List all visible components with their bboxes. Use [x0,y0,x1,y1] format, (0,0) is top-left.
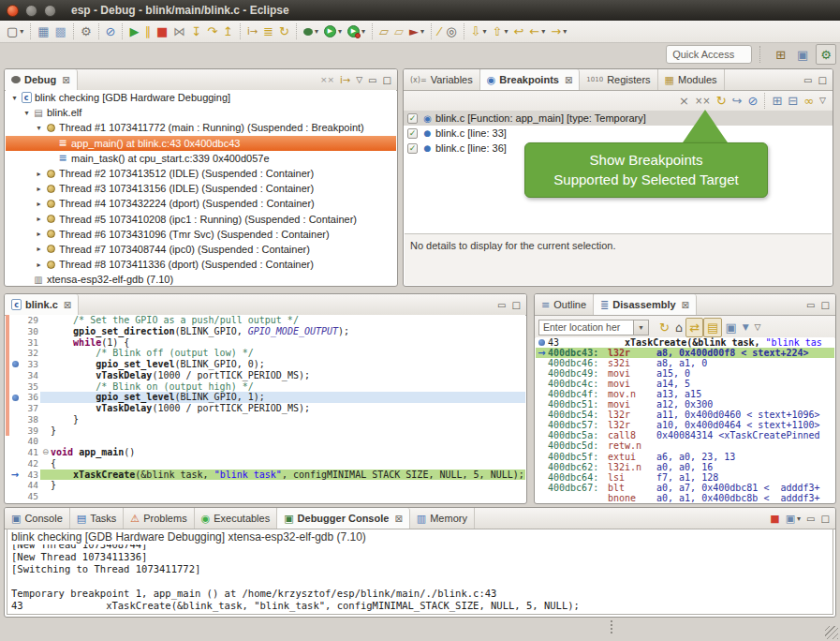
editor-gutter[interactable]: → [9,470,21,481]
link-with-debug-view-icon[interactable]: ∞ [801,92,817,110]
disassembly-row[interactable]: 400dbc49:movia15, 0 [536,368,834,379]
editor-gutter[interactable] [9,425,21,437]
tab-outline[interactable]: ≡Outline [535,294,594,315]
debug-tree-row[interactable]: ▾cblink checking [GDB Hardware Debugging… [6,90,396,105]
tab-registers[interactable]: 1010Registers [580,69,657,90]
disassembly-row[interactable]: 400dbc5d:retw.n [536,440,834,451]
disassembly-row[interactable]: 400dbc46:s32ia8, a1, 0 [536,358,834,368]
breakpoint-row[interactable]: ✓◉blink.c [Function: app_main] [type: Te… [404,111,833,126]
debug-tree-row[interactable]: ▸Thread #3 1073413156 (IDLE) (Suspended … [6,181,396,196]
editor-gutter[interactable] [9,491,21,502]
tab-console[interactable]: ▣Console [5,508,70,529]
editor-line[interactable]: 40 [6,436,525,447]
tab-tasks[interactable]: ▤Tasks [70,508,125,529]
editor-gutter[interactable] [9,315,21,326]
debug-tree-row[interactable]: ▸Thread #2 1073413512 (IDLE) (Suspended … [6,166,396,181]
disassembly-row[interactable]: 400dbc62:l32i.na0, a0, 16 [536,462,834,472]
back-icon[interactable]: ←▾ [526,22,548,40]
terminate-console-icon[interactable]: ■ [767,510,782,528]
tab-close-icon[interactable]: ⊠ [64,300,71,310]
tree-expander-icon[interactable]: ▸ [34,185,44,193]
tree-expander-icon[interactable]: ▾ [9,94,20,102]
breakpoint-row[interactable]: ✓●blink.c [line: 33] [404,126,833,141]
tab-breakpoints[interactable]: ◉Breakpoints⊠ [480,69,581,90]
mark-occurrences-icon[interactable]: ⁄ [435,22,443,40]
editor-line[interactable]: 45 [6,491,525,502]
open-new-view-icon[interactable]: ▣ [722,319,739,336]
instruction-stepping-mode-icon[interactable]: i→ [337,71,353,89]
tab-variables[interactable]: (x)=Variables [404,69,480,90]
window-close-button[interactable] [7,5,19,17]
display-selected-console-icon[interactable]: ▣▾ [783,510,803,528]
debug-tree-row[interactable]: ▾▤blink.elf [6,105,396,120]
editor-line[interactable]: 37 vTaskDelay(1000 / portTICK_PERIOD_MS)… [6,403,525,414]
home-icon[interactable]: ⌂ [672,319,685,336]
window-minimize-button[interactable] [25,5,37,17]
tab-blink-c[interactable]: c blink.c ⊠ [5,294,79,315]
disassembly-row[interactable]: 400dbc5f:extuia6, a0, 23, 13 [536,452,834,462]
external-tools-icon[interactable]: ►▾ [406,22,427,40]
editor-line[interactable]: 31 while(1) { [6,337,525,349]
debug-tree-row[interactable]: ▸Thread #8 1073411336 (dport) (Suspended… [6,257,396,272]
resume-icon[interactable]: ▶ [126,22,141,40]
save-icon[interactable]: ▦ [35,22,52,40]
sash-handle[interactable] [611,620,612,634]
next-annotation-icon[interactable]: ⇩▾ [468,22,490,40]
location-dropdown-icon[interactable]: ▾ [634,320,649,335]
remove-breakpoint-icon[interactable]: × [676,92,692,110]
show-source-icon[interactable]: ▤ [703,318,722,337]
view-menu-icon[interactable]: ▽ [353,71,365,89]
disassembly-listing[interactable]: 43 xTaskCreate(&blink_task, "blink_tas→4… [536,337,834,502]
tree-expander-icon[interactable]: ▸ [34,200,44,208]
editor-line[interactable]: 38 } [6,414,525,425]
sync-active-context-icon[interactable]: ⇄ [685,318,703,337]
disassembly-row[interactable]: 400dbc4f:mov.na13, a15 [536,389,834,399]
tab-executables[interactable]: ◉Executables [195,508,278,529]
debug-tree-row[interactable]: ▸Thread #6 1073431096 (Tmr Svc) (Suspend… [6,227,396,242]
editor-line[interactable]: 35 /* Blink on (output high) */ [6,381,525,393]
breakpoint-checkbox[interactable]: ✓ [407,113,418,124]
view-menu-icon[interactable]: ▽ [817,92,829,110]
editor-line[interactable]: 32 /* Blink off (output low) */ [6,348,525,359]
window-resize-grip[interactable] [825,626,838,639]
last-edit-location-icon[interactable]: ↩ [510,22,526,40]
tab-modules[interactable]: ▦Modules [658,69,725,90]
disassembly-row[interactable]: 400dbc4c:movia14, 5 [536,379,834,389]
disassembly-row[interactable]: bnonea0, a1, 0x400dbc8b <__adddf3+ [536,493,834,502]
tree-expander-icon[interactable]: ▸ [34,261,44,269]
minimize-view-icon[interactable]: ▭ [494,296,508,314]
tab-disassembly[interactable]: ≣Disassembly⊠ [594,294,697,315]
editor-gutter[interactable] [9,414,21,425]
debug-tree-row[interactable]: ▾Thread #1 1073411772 (main : Running) (… [6,120,396,135]
tab-debug[interactable]: Debug⊠ [5,69,78,90]
new-wizard-icon[interactable]: ▢▾ [4,22,26,40]
tree-expander-icon[interactable]: ▸ [34,170,44,178]
tab-close-icon[interactable]: ⊠ [62,75,69,85]
console-output[interactable]: blink checking [GDB Hardware Debugging] … [7,529,833,615]
disassembly-row[interactable]: 400dbc5a:call80x40084314 <xTaskCreatePin… [536,430,834,440]
quick-access-input[interactable]: Quick Access [666,45,752,64]
editor-line[interactable]: 42{ [6,458,525,470]
view-menu-icon[interactable]: ▽ [752,319,764,336]
editor-gutter[interactable] [9,392,21,403]
remove-all-terminated-icon[interactable]: ×× [317,71,337,89]
disassembly-row[interactable]: 400dbc64:lsif7, a1, 128 [536,472,834,483]
profile-icon[interactable]: ▶▾ [345,22,368,40]
minimize-view-icon[interactable]: ▭ [803,510,818,528]
tree-expander-icon[interactable]: ▾ [34,124,44,132]
tree-expander-icon[interactable]: ▸ [34,245,44,253]
build-icon[interactable]: ⚙ [78,22,95,40]
editor-line[interactable]: 33 gpio_set_level(BLINK_GPIO, 0); [6,359,525,370]
debug-tree-row[interactable]: ≡app_main() at blink.c:43 0x400dbc43 [6,136,396,151]
location-input[interactable]: Enter location her [538,320,634,335]
save-all-icon[interactable]: ▩ [52,22,69,40]
maximize-view-icon[interactable]: □ [509,296,523,314]
use-step-filters-icon[interactable]: ≣ [260,22,276,40]
debug-tree-row[interactable]: ▸Thread #4 1073432224 (dport) (Suspended… [6,196,396,211]
tab-debugger-console[interactable]: ▣Debugger Console⊠ [277,508,410,529]
fold-collapse-icon[interactable]: ⊖ [40,447,51,458]
editor-line[interactable]: 39} [6,425,525,437]
code-editor[interactable]: 29 /* Set the GPIO as a push/pull output… [6,315,525,502]
debug-tree-row[interactable]: ▸Thread #7 1073408744 (ipc0) (Suspended … [6,242,396,257]
tab-close-icon[interactable]: ⊠ [682,300,689,310]
